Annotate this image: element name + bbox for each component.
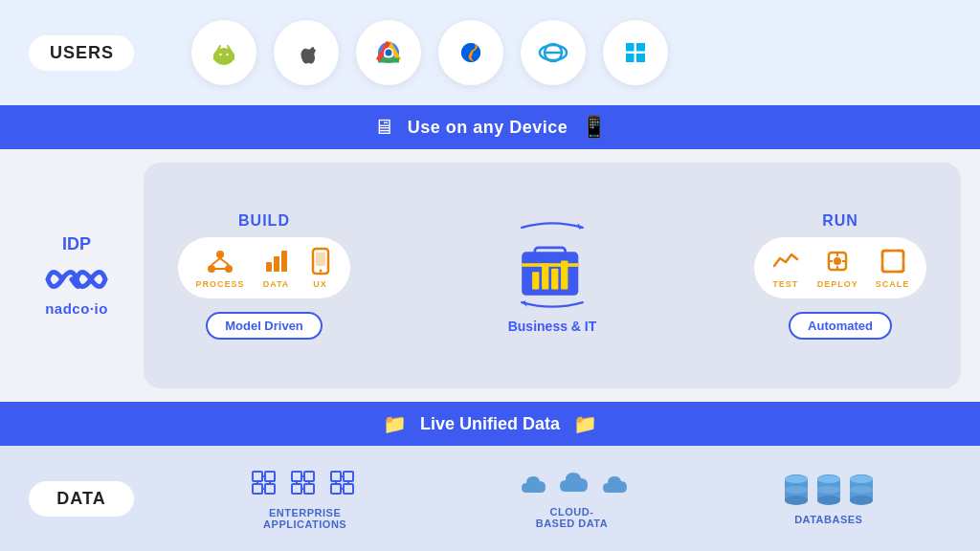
svg-rect-18 — [626, 43, 635, 52]
cloud-label: CLOUD-BASED DATA — [536, 506, 608, 529]
svg-rect-67 — [304, 472, 314, 481]
enterprise-icons — [249, 468, 361, 501]
test-icon — [771, 247, 800, 276]
svg-rect-66 — [292, 472, 301, 481]
data-badge: DATA — [29, 481, 134, 517]
build-panel: BUILD PROCESS — [159, 212, 369, 340]
ux-icon — [308, 247, 333, 276]
svg-point-22 — [216, 251, 224, 258]
idp-panel: IDP nadco·io — [19, 163, 134, 388]
cloud-based-item: CLOUD-BASED DATA — [514, 469, 629, 529]
svg-rect-40 — [561, 260, 568, 289]
svg-point-91 — [817, 475, 840, 483]
svg-point-90 — [817, 486, 840, 494]
enterprise-icon-1 — [249, 468, 282, 501]
svg-point-96 — [850, 475, 873, 483]
circular-arrows-icon — [495, 217, 610, 313]
svg-rect-75 — [344, 472, 353, 481]
cloud-icon-3 — [595, 472, 629, 500]
svg-rect-49 — [882, 251, 903, 272]
main-container: USERS — [0, 0, 980, 551]
svg-rect-36 — [522, 263, 578, 267]
svg-point-85 — [785, 486, 808, 494]
enterprise-icon-3 — [327, 468, 361, 501]
process-icon — [206, 247, 234, 276]
svg-rect-34 — [522, 252, 578, 295]
svg-point-84 — [785, 496, 808, 505]
nadco-infinity-icon — [43, 260, 110, 298]
svg-line-26 — [220, 258, 229, 265]
users-section: USERS — [0, 0, 980, 105]
business-it-panel: Business & IT — [383, 217, 722, 334]
idp-label: IDP — [62, 234, 91, 254]
svg-rect-28 — [266, 262, 272, 272]
build-label: BUILD — [238, 212, 290, 230]
mobile-icon: 📱 — [581, 115, 607, 140]
cloud-icon-2 — [553, 469, 590, 500]
ie-icon — [521, 20, 586, 85]
cloud-icon-1 — [514, 472, 547, 500]
svg-line-25 — [212, 258, 220, 265]
business-it-label: Business & IT — [508, 319, 597, 334]
svg-rect-39 — [551, 269, 558, 290]
svg-rect-68 — [292, 484, 301, 494]
nadco-text: nadco·io — [45, 300, 108, 317]
cloud-icons — [514, 469, 629, 500]
data-label: DATA — [263, 279, 290, 289]
database-icon-1 — [783, 472, 810, 508]
folder-left-icon: 📁 — [383, 412, 407, 435]
svg-point-13 — [386, 50, 392, 56]
svg-rect-30 — [281, 251, 287, 272]
svg-rect-69 — [304, 484, 314, 494]
test-label: TEST — [772, 279, 798, 289]
svg-rect-37 — [532, 272, 539, 289]
live-unified-data-band: 📁 Live Unified Data 📁 — [0, 402, 980, 446]
device-icons — [191, 20, 668, 85]
run-icons-pill: TEST DEPLOY — [754, 237, 927, 298]
svg-rect-20 — [626, 54, 635, 62]
live-data-label: Live Unified Data — [420, 414, 560, 434]
database-icons — [783, 472, 875, 508]
svg-rect-2 — [215, 52, 233, 61]
svg-rect-74 — [331, 472, 341, 481]
database-icon-3 — [848, 472, 875, 508]
use-on-any-device-band: 🖥 Use on any Device 📱 — [0, 105, 980, 149]
data-section: DATA — [0, 446, 980, 551]
deploy-label: DEPLOY — [817, 279, 858, 289]
svg-point-7 — [219, 54, 221, 55]
svg-point-95 — [850, 486, 873, 494]
svg-rect-4 — [232, 54, 234, 60]
svg-rect-19 — [636, 43, 645, 52]
folder-right-icon: 📁 — [573, 412, 597, 435]
deploy-item: DEPLOY — [817, 247, 858, 289]
svg-rect-76 — [331, 484, 341, 494]
svg-point-33 — [319, 269, 322, 272]
svg-rect-29 — [274, 256, 279, 272]
automated-button[interactable]: Automated — [789, 312, 892, 340]
monitor-icon: 🖥 — [373, 115, 394, 140]
build-icons-pill: PROCESS DATA — [178, 237, 349, 298]
process-item: PROCESS — [195, 247, 244, 289]
svg-point-89 — [817, 496, 840, 505]
svg-rect-32 — [316, 253, 325, 266]
svg-point-86 — [785, 475, 808, 483]
databases-item: DATABASES — [783, 472, 875, 525]
windows-icon — [603, 20, 668, 85]
svg-rect-21 — [636, 54, 645, 62]
run-label: RUN — [822, 212, 858, 230]
data-icon — [262, 247, 291, 276]
enterprise-icon-2 — [288, 468, 322, 501]
chrome-icon — [356, 20, 421, 85]
data-item: DATA — [262, 247, 291, 289]
ux-item: UX — [308, 247, 333, 289]
svg-rect-38 — [542, 263, 548, 289]
business-it-diagram — [495, 217, 610, 313]
run-panel: RUN TEST — [735, 212, 946, 340]
databases-label: DATABASES — [794, 514, 862, 525]
enterprise-label: ENTERPRISEAPPLICATIONS — [263, 507, 346, 530]
scale-label: SCALE — [876, 279, 910, 289]
nadco-logo: nadco·io — [43, 260, 110, 317]
android-icon — [191, 20, 256, 85]
model-driven-button[interactable]: Model Driven — [206, 312, 323, 340]
svg-rect-60 — [253, 484, 262, 494]
